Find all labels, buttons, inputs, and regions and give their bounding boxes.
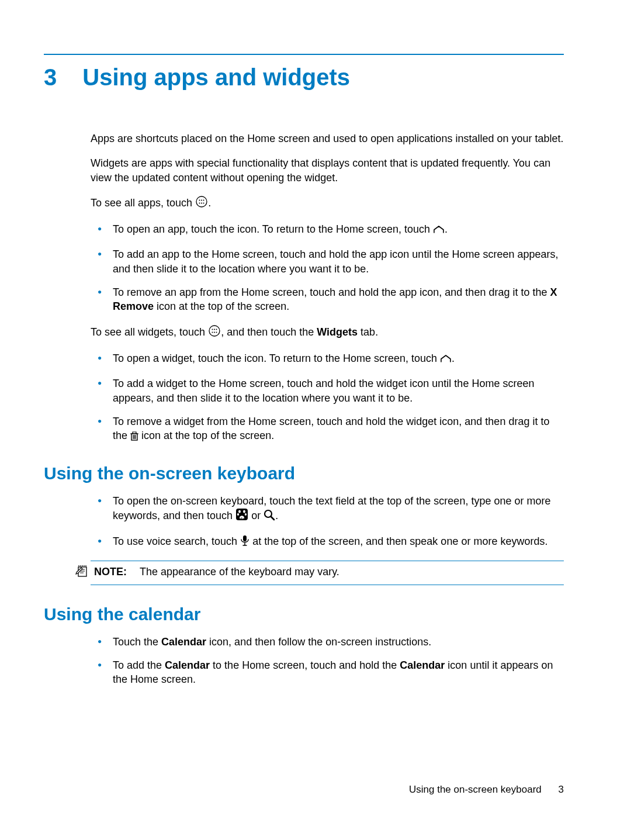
- section-heading-keyboard: Using the on-screen keyboard: [44, 462, 564, 486]
- list-item: To add the Calendar to the Home screen, …: [91, 658, 564, 687]
- home-icon: [433, 224, 445, 238]
- svg-point-16: [238, 510, 241, 513]
- text: , and then touch the: [221, 326, 317, 338]
- svg-point-8: [212, 329, 213, 330]
- baidu-search-icon: du: [235, 508, 248, 524]
- calendar-bold: Calendar: [400, 659, 445, 671]
- widgets-tab-bold: Widgets: [317, 326, 358, 338]
- svg-point-6: [203, 202, 204, 203]
- svg-line-22: [271, 517, 274, 520]
- see-all-apps-line: To see all apps, touch .: [91, 195, 564, 212]
- see-all-widgets-line: To see all widgets, touch , and then tou…: [91, 324, 564, 341]
- text: .: [275, 510, 278, 521]
- intro-paragraph-2: Widgets are apps with special functional…: [91, 156, 564, 185]
- text: icon at the top of the screen.: [141, 430, 274, 441]
- search-icon: [264, 509, 275, 524]
- note-box: NOTE: The appearance of the keyboard may…: [91, 561, 564, 585]
- text: icon at the top of the screen.: [154, 300, 289, 312]
- svg-point-3: [203, 199, 204, 201]
- text: at the top of the screen, and then speak…: [252, 535, 547, 547]
- svg-point-0: [196, 196, 207, 207]
- note-label: NOTE:: [94, 565, 127, 579]
- text: To see all apps, touch: [91, 197, 195, 209]
- svg-point-5: [201, 202, 202, 203]
- apps-bullet-list: To open an app, touch the icon. To retur…: [91, 222, 564, 313]
- text: icon, and then follow the on-screen inst…: [206, 636, 431, 648]
- chapter-number: 3: [44, 64, 57, 91]
- svg-point-13: [216, 331, 217, 333]
- home-icon: [440, 353, 452, 367]
- svg-point-7: [209, 326, 220, 336]
- body-content: Apps are shortcuts placed on the Home sc…: [91, 132, 564, 687]
- list-item: Touch the Calendar icon, and then follow…: [91, 635, 564, 649]
- svg-point-2: [201, 199, 202, 201]
- list-item: To open a widget, touch the icon. To ret…: [91, 351, 564, 367]
- list-item: To use voice search, touch at the top of…: [91, 534, 564, 550]
- chapter-top-rule: [44, 54, 564, 55]
- note-text: The appearance of the keyboard may vary.: [140, 565, 339, 579]
- svg-point-18: [237, 513, 239, 516]
- footer-section-title: Using the on-screen keyboard: [409, 784, 542, 795]
- text: .: [452, 352, 455, 364]
- microphone-icon: [240, 535, 249, 550]
- chapter-heading: 3 Using apps and widgets: [44, 64, 564, 91]
- intro-paragraph-1: Apps are shortcuts placed on the Home sc…: [91, 132, 564, 146]
- text: To see all widgets, touch: [91, 326, 208, 338]
- svg-point-12: [214, 331, 215, 333]
- text: To open an app, touch the icon. To retur…: [113, 223, 433, 235]
- text: Touch the: [113, 636, 161, 648]
- text: .: [445, 223, 448, 235]
- text: tab.: [358, 326, 378, 338]
- text: or: [248, 510, 264, 521]
- keyboard-bullet-list: To open the on-screen keyboard, touch th…: [91, 494, 564, 550]
- page-number: 3: [559, 784, 564, 795]
- svg-point-1: [199, 199, 200, 201]
- text: To use voice search, touch: [113, 535, 240, 547]
- list-item: To open an app, touch the icon. To retur…: [91, 222, 564, 238]
- list-item: To remove an app from the Home screen, t…: [91, 285, 564, 314]
- calendar-bullet-list: Touch the Calendar icon, and then follow…: [91, 635, 564, 687]
- svg-point-10: [216, 329, 217, 330]
- calendar-bold: Calendar: [165, 659, 210, 671]
- svg-point-9: [214, 329, 215, 330]
- calendar-bold: Calendar: [161, 636, 206, 648]
- note-icon: [75, 565, 89, 581]
- svg-point-4: [199, 202, 200, 203]
- list-item: To remove a widget from the Home screen,…: [91, 414, 564, 445]
- all-apps-icon: [208, 324, 221, 341]
- chapter-title: Using apps and widgets: [82, 64, 350, 91]
- list-item: To add a widget to the Home screen, touc…: [91, 376, 564, 405]
- text: To open a widget, touch the icon. To ret…: [113, 352, 440, 364]
- page-footer: Using the on-screen keyboard 3: [409, 784, 564, 796]
- all-apps-icon: [195, 195, 208, 212]
- svg-point-19: [245, 513, 247, 516]
- widgets-bullet-list: To open a widget, touch the icon. To ret…: [91, 351, 564, 444]
- text: to the Home screen, touch and hold the: [210, 659, 400, 671]
- section-heading-calendar: Using the calendar: [44, 603, 564, 627]
- trash-icon: [130, 430, 138, 444]
- svg-rect-23: [243, 535, 247, 541]
- list-item: To open the on-screen keyboard, touch th…: [91, 494, 564, 525]
- svg-point-17: [243, 510, 245, 513]
- list-item: To add an app to the Home screen, touch …: [91, 247, 564, 276]
- svg-point-11: [212, 331, 213, 333]
- svg-text:du: du: [240, 517, 244, 520]
- text: .: [208, 197, 211, 209]
- text: To add the: [113, 659, 165, 671]
- text: To remove an app from the Home screen, t…: [113, 286, 550, 298]
- text: To open the on-screen keyboard, touch th…: [113, 495, 550, 521]
